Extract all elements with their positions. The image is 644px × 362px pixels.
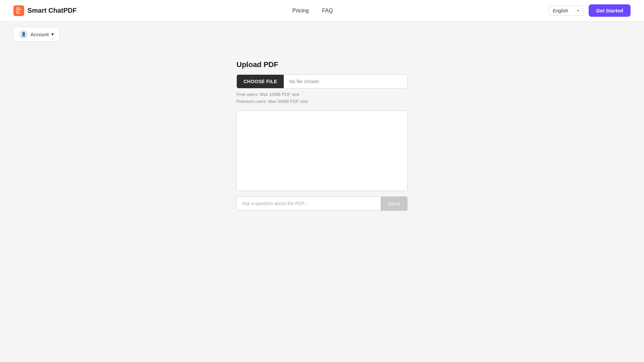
sub-bar: 👤 Account ▾ bbox=[0, 21, 644, 47]
chat-input[interactable] bbox=[236, 196, 381, 210]
svg-rect-3 bbox=[16, 11, 19, 12]
pdf-preview-area bbox=[236, 111, 408, 191]
file-name-display: No file chosen bbox=[284, 75, 407, 88]
upload-title: Upload PDF bbox=[236, 60, 408, 69]
hint-premium: Premium users: Max 50MB PDF size bbox=[236, 98, 408, 105]
logo-icon bbox=[13, 5, 24, 16]
upload-container: Upload PDF CHOOSE FILE No file chosen Fr… bbox=[236, 60, 408, 211]
avatar-icon: 👤 bbox=[21, 32, 26, 37]
svg-rect-4 bbox=[16, 13, 21, 13]
language-selector[interactable]: English Spanish French German Chinese Ja… bbox=[548, 6, 583, 16]
svg-rect-0 bbox=[13, 5, 24, 16]
chevron-down-icon: ▾ bbox=[577, 9, 579, 12]
language-dropdown[interactable]: English Spanish French German Chinese Ja… bbox=[553, 8, 575, 13]
pricing-link[interactable]: Pricing bbox=[292, 8, 309, 14]
navbar: Smart ChatPDF Pricing FAQ English Spanis… bbox=[0, 0, 644, 21]
choose-file-button[interactable]: CHOOSE FILE bbox=[237, 75, 284, 88]
brand-name: Smart ChatPDF bbox=[28, 7, 77, 14]
chevron-down-icon: ▾ bbox=[51, 31, 54, 37]
main-content: Upload PDF CHOOSE FILE No file chosen Fr… bbox=[0, 47, 644, 224]
faq-link[interactable]: FAQ bbox=[322, 8, 333, 14]
account-button[interactable]: 👤 Account ▾ bbox=[13, 27, 60, 42]
file-input-row: CHOOSE FILE No file chosen bbox=[236, 74, 408, 88]
get-started-button[interactable]: Get Started bbox=[589, 4, 631, 17]
nav-links: Pricing FAQ bbox=[292, 8, 333, 14]
navbar-right: English Spanish French German Chinese Ja… bbox=[548, 4, 631, 17]
hint-free: Free users: Max 10MB PDF size bbox=[236, 91, 408, 98]
chat-input-row: Send bbox=[236, 196, 408, 211]
avatar: 👤 bbox=[19, 30, 28, 39]
svg-rect-1 bbox=[16, 8, 20, 8]
upload-hints: Free users: Max 10MB PDF size Premium us… bbox=[236, 91, 408, 105]
account-label: Account bbox=[31, 32, 49, 37]
send-button[interactable]: Send bbox=[381, 196, 408, 211]
brand-area: Smart ChatPDF bbox=[13, 5, 77, 16]
svg-rect-2 bbox=[16, 9, 21, 10]
